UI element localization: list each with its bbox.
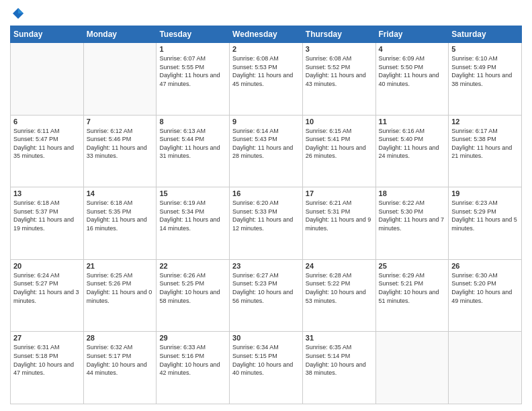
day-info: Sunrise: 6:18 AM Sunset: 5:35 PM Dayligh…	[87, 199, 154, 232]
day-info: Sunrise: 6:23 AM Sunset: 5:29 PM Dayligh…	[451, 199, 519, 232]
day-number: 2	[232, 45, 300, 53]
day-of-week-header: Saturday	[449, 26, 522, 43]
day-number: 15	[159, 189, 226, 197]
calendar-cell: 26Sunrise: 6:30 AM Sunset: 5:20 PM Dayli…	[449, 259, 522, 332]
day-number: 10	[306, 118, 373, 126]
day-info: Sunrise: 6:25 AM Sunset: 5:26 PM Dayligh…	[87, 271, 154, 305]
day-info: Sunrise: 6:34 AM Sunset: 5:15 PM Dayligh…	[232, 343, 300, 377]
calendar-cell	[449, 332, 522, 404]
day-number: 3	[306, 45, 373, 53]
day-info: Sunrise: 6:09 AM Sunset: 5:50 PM Dayligh…	[379, 54, 446, 88]
day-info: Sunrise: 6:18 AM Sunset: 5:37 PM Dayligh…	[13, 199, 81, 232]
calendar-cell: 17Sunrise: 6:21 AM Sunset: 5:31 PM Dayli…	[302, 187, 375, 260]
day-info: Sunrise: 6:28 AM Sunset: 5:22 PM Dayligh…	[306, 271, 373, 305]
day-info: Sunrise: 6:31 AM Sunset: 5:18 PM Dayligh…	[13, 343, 81, 377]
day-info: Sunrise: 6:17 AM Sunset: 5:38 PM Dayligh…	[451, 127, 519, 161]
header	[10, 7, 522, 20]
calendar-week-row: 13Sunrise: 6:18 AM Sunset: 5:37 PM Dayli…	[11, 187, 522, 260]
calendar-cell: 7Sunrise: 6:12 AM Sunset: 5:46 PM Daylig…	[83, 115, 157, 187]
calendar-cell: 11Sunrise: 6:16 AM Sunset: 5:40 PM Dayli…	[375, 115, 449, 187]
calendar-cell: 21Sunrise: 6:25 AM Sunset: 5:26 PM Dayli…	[83, 259, 157, 332]
day-number: 20	[13, 262, 81, 270]
calendar-cell: 24Sunrise: 6:28 AM Sunset: 5:22 PM Dayli…	[302, 259, 375, 332]
day-info: Sunrise: 6:11 AM Sunset: 5:47 PM Dayligh…	[13, 127, 81, 161]
day-number: 24	[306, 262, 373, 270]
day-number: 13	[13, 189, 81, 197]
day-number: 14	[87, 189, 154, 197]
calendar-cell: 6Sunrise: 6:11 AM Sunset: 5:47 PM Daylig…	[11, 115, 84, 187]
day-info: Sunrise: 6:19 AM Sunset: 5:34 PM Dayligh…	[159, 199, 226, 232]
day-number: 12	[451, 118, 519, 126]
calendar-cell: 5Sunrise: 6:10 AM Sunset: 5:49 PM Daylig…	[449, 43, 522, 116]
day-info: Sunrise: 6:29 AM Sunset: 5:21 PM Dayligh…	[379, 271, 446, 305]
calendar-cell: 2Sunrise: 6:08 AM Sunset: 5:53 PM Daylig…	[230, 43, 303, 116]
day-number: 26	[451, 262, 519, 270]
calendar-cell	[83, 43, 157, 116]
logo-icon	[11, 7, 25, 20]
calendar-cell: 9Sunrise: 6:14 AM Sunset: 5:43 PM Daylig…	[230, 115, 303, 187]
calendar-cell: 13Sunrise: 6:18 AM Sunset: 5:37 PM Dayli…	[11, 187, 84, 260]
day-of-week-header: Tuesday	[157, 26, 230, 43]
day-info: Sunrise: 6:24 AM Sunset: 5:27 PM Dayligh…	[13, 271, 81, 305]
day-number: 21	[87, 262, 154, 270]
calendar-cell: 20Sunrise: 6:24 AM Sunset: 5:27 PM Dayli…	[11, 259, 84, 332]
day-info: Sunrise: 6:30 AM Sunset: 5:20 PM Dayligh…	[451, 271, 519, 305]
day-info: Sunrise: 6:08 AM Sunset: 5:52 PM Dayligh…	[306, 54, 373, 88]
day-number: 25	[379, 262, 446, 270]
calendar-cell: 12Sunrise: 6:17 AM Sunset: 5:38 PM Dayli…	[449, 115, 522, 187]
day-number: 9	[232, 118, 300, 126]
day-info: Sunrise: 6:33 AM Sunset: 5:16 PM Dayligh…	[159, 343, 226, 377]
calendar-cell: 18Sunrise: 6:22 AM Sunset: 5:30 PM Dayli…	[375, 187, 449, 260]
day-number: 16	[232, 189, 300, 197]
day-info: Sunrise: 6:16 AM Sunset: 5:40 PM Dayligh…	[379, 127, 446, 161]
calendar-cell: 19Sunrise: 6:23 AM Sunset: 5:29 PM Dayli…	[449, 187, 522, 260]
day-info: Sunrise: 6:22 AM Sunset: 5:30 PM Dayligh…	[379, 199, 446, 232]
calendar-cell: 28Sunrise: 6:32 AM Sunset: 5:17 PM Dayli…	[83, 332, 157, 404]
day-info: Sunrise: 6:10 AM Sunset: 5:49 PM Dayligh…	[451, 54, 519, 88]
calendar-cell: 22Sunrise: 6:26 AM Sunset: 5:25 PM Dayli…	[157, 259, 230, 332]
day-info: Sunrise: 6:32 AM Sunset: 5:17 PM Dayligh…	[87, 343, 154, 377]
day-of-week-header: Thursday	[302, 26, 375, 43]
calendar-week-row: 20Sunrise: 6:24 AM Sunset: 5:27 PM Dayli…	[11, 259, 522, 332]
calendar-week-row: 27Sunrise: 6:31 AM Sunset: 5:18 PM Dayli…	[11, 332, 522, 404]
day-info: Sunrise: 6:27 AM Sunset: 5:23 PM Dayligh…	[232, 271, 300, 305]
day-number: 29	[159, 334, 226, 342]
calendar-table: SundayMondayTuesdayWednesdayThursdayFrid…	[10, 26, 522, 404]
day-info: Sunrise: 6:26 AM Sunset: 5:25 PM Dayligh…	[159, 271, 226, 305]
day-info: Sunrise: 6:07 AM Sunset: 5:55 PM Dayligh…	[159, 54, 226, 88]
day-number: 6	[13, 118, 81, 126]
day-number: 30	[232, 334, 300, 342]
day-number: 5	[451, 45, 519, 53]
day-number: 11	[379, 118, 446, 126]
calendar-cell: 23Sunrise: 6:27 AM Sunset: 5:23 PM Dayli…	[230, 259, 303, 332]
day-info: Sunrise: 6:21 AM Sunset: 5:31 PM Dayligh…	[306, 199, 373, 232]
calendar-cell: 10Sunrise: 6:15 AM Sunset: 5:41 PM Dayli…	[302, 115, 375, 187]
day-info: Sunrise: 6:15 AM Sunset: 5:41 PM Dayligh…	[306, 127, 373, 161]
day-number: 17	[306, 189, 373, 197]
page: SundayMondayTuesdayWednesdayThursdayFrid…	[0, 0, 532, 411]
calendar-cell: 15Sunrise: 6:19 AM Sunset: 5:34 PM Dayli…	[157, 187, 230, 260]
calendar-cell	[11, 43, 84, 116]
day-info: Sunrise: 6:20 AM Sunset: 5:33 PM Dayligh…	[232, 199, 300, 232]
calendar-body: 1Sunrise: 6:07 AM Sunset: 5:55 PM Daylig…	[11, 43, 522, 404]
day-of-week-header: Monday	[83, 26, 157, 43]
day-number: 27	[13, 334, 81, 342]
day-of-week-header: Sunday	[11, 26, 84, 43]
calendar-cell: 8Sunrise: 6:13 AM Sunset: 5:44 PM Daylig…	[157, 115, 230, 187]
day-number: 31	[306, 334, 373, 342]
day-number: 18	[379, 189, 446, 197]
day-number: 7	[87, 118, 154, 126]
calendar-cell: 4Sunrise: 6:09 AM Sunset: 5:50 PM Daylig…	[375, 43, 449, 116]
calendar-cell: 1Sunrise: 6:07 AM Sunset: 5:55 PM Daylig…	[157, 43, 230, 116]
calendar-cell	[375, 332, 449, 404]
calendar-cell: 30Sunrise: 6:34 AM Sunset: 5:15 PM Dayli…	[230, 332, 303, 404]
calendar-header-row: SundayMondayTuesdayWednesdayThursdayFrid…	[11, 26, 522, 43]
calendar-week-row: 1Sunrise: 6:07 AM Sunset: 5:55 PM Daylig…	[11, 43, 522, 116]
day-number: 23	[232, 262, 300, 270]
calendar-cell: 27Sunrise: 6:31 AM Sunset: 5:18 PM Dayli…	[11, 332, 84, 404]
day-of-week-header: Friday	[375, 26, 449, 43]
calendar-cell: 3Sunrise: 6:08 AM Sunset: 5:52 PM Daylig…	[302, 43, 375, 116]
day-info: Sunrise: 6:12 AM Sunset: 5:46 PM Dayligh…	[87, 127, 154, 161]
calendar-cell: 25Sunrise: 6:29 AM Sunset: 5:21 PM Dayli…	[375, 259, 449, 332]
calendar-week-row: 6Sunrise: 6:11 AM Sunset: 5:47 PM Daylig…	[11, 115, 522, 187]
